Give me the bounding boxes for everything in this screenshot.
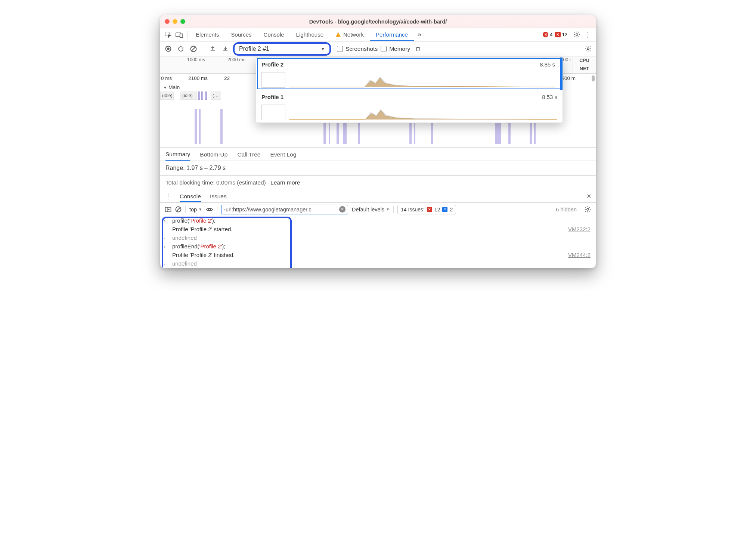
chevron-down-icon: ▼	[163, 86, 167, 90]
error-count-square[interactable]: ✕12	[555, 32, 567, 37]
overview-tick: 1000 ms	[187, 57, 205, 62]
console-return-line: ‹undefined	[160, 233, 596, 242]
perf-toolbar: Profile 2 #1 ▼ Screenshots Memory	[160, 41, 596, 56]
reload-icon[interactable]	[176, 44, 186, 54]
subtab-bottomup[interactable]: Bottom-Up	[200, 148, 227, 160]
svg-rect-4	[338, 36, 338, 36]
profile-select[interactable]: Profile 2 #1 ▼	[233, 42, 331, 56]
svg-point-5	[576, 34, 577, 35]
summary-tabs: Summary Bottom-Up Call Tree Event Log	[160, 148, 596, 161]
kebab-menu-icon[interactable]: ⋮	[582, 29, 594, 40]
ruler-tick: 0 ms	[160, 75, 187, 81]
ruler-tick: 22	[223, 75, 245, 81]
idle-block: (idle)	[180, 92, 197, 100]
range-text: Range: 1.97 s – 2.79 s	[160, 161, 596, 176]
svg-point-7	[167, 47, 169, 50]
console-input-line: ›profileEnd('Profile 2');	[160, 242, 596, 251]
tab-console[interactable]: Console	[258, 28, 290, 41]
svg-point-15	[208, 208, 211, 211]
console-clear-icon[interactable]	[175, 206, 182, 213]
horizontal-scroll-thumb[interactable]	[591, 74, 596, 83]
clear-icon[interactable]	[189, 44, 198, 54]
window-close-icon[interactable]	[165, 19, 170, 24]
subtab-summary[interactable]: Summary	[165, 148, 190, 161]
svg-rect-3	[338, 34, 338, 35]
svg-point-16	[587, 208, 589, 210]
filter-input[interactable]: -url:https://www.googletagmanager.c ✕	[221, 205, 348, 214]
more-tabs-icon[interactable]: »	[414, 29, 425, 40]
tab-lighthouse[interactable]: Lighthouse	[290, 28, 329, 41]
console-return-line: ‹undefined	[160, 259, 596, 268]
net-label: NET	[573, 66, 596, 71]
perf-settings-icon[interactable]	[583, 44, 593, 54]
levels-select[interactable]: Default levels▼	[352, 207, 390, 213]
tab-elements[interactable]: Elements	[190, 28, 225, 41]
tab-performance[interactable]: Performance	[370, 28, 414, 41]
console-sidebar-icon[interactable]	[165, 207, 171, 213]
source-link[interactable]: VM232:2	[568, 226, 591, 232]
window-zoom-icon[interactable]	[180, 19, 185, 24]
warning-icon	[335, 32, 341, 37]
error-count-circle[interactable]: ✕4	[543, 32, 552, 37]
download-icon[interactable]	[220, 44, 230, 54]
blocking-row: Total blocking time: 0.00ms (estimated) …	[160, 176, 596, 190]
titlebar: DevTools - blog.google/technology/ai/cod…	[160, 15, 596, 28]
profile-select-value: Profile 2 #1	[239, 46, 269, 52]
inspect-icon[interactable]	[162, 29, 174, 40]
record-icon[interactable]	[163, 44, 173, 54]
drawer-menu-icon[interactable]: ⋮	[165, 192, 171, 201]
tab-network[interactable]: Network	[329, 28, 370, 41]
subtab-eventlog[interactable]: Event Log	[270, 148, 296, 160]
task-block: (…	[211, 92, 221, 100]
panel-tabs: Elements Sources Console Lighthouse Netw…	[160, 28, 596, 41]
tab-sources[interactable]: Sources	[225, 28, 258, 41]
console-input-line: ›profile('Profile 2');	[160, 216, 596, 225]
drawer-tab-issues[interactable]: Issues	[210, 193, 227, 200]
settings-icon[interactable]	[571, 29, 582, 40]
svg-line-14	[177, 208, 180, 211]
learn-more-link[interactable]: Learn more	[270, 179, 300, 186]
chevron-down-icon: ▼	[321, 47, 325, 51]
console-log-line: Profile 'Profile 2' finished.VM244:2	[160, 251, 596, 259]
issues-button[interactable]: 14 Issues: ✕12 ≡2	[397, 205, 456, 214]
console-settings-icon[interactable]	[584, 206, 591, 213]
profile-dropdown-item[interactable]: Profile 18.53 s	[256, 90, 563, 123]
drawer-tab-console[interactable]: Console	[180, 191, 201, 202]
console-log-line: Profile 'Profile 2' started.VM232:2	[160, 225, 596, 233]
screenshots-checkbox[interactable]: Screenshots	[337, 46, 378, 52]
svg-line-9	[192, 47, 195, 51]
drawer-tabs: ⋮ Console Issues ✕	[160, 190, 596, 203]
blocking-text: Total blocking time: 0.00ms (estimated)	[165, 179, 266, 186]
device-toggle-icon[interactable]	[174, 29, 185, 40]
memory-checkbox[interactable]: Memory	[381, 46, 410, 52]
live-expression-icon[interactable]	[206, 207, 213, 212]
idle-block: (idle)	[160, 92, 174, 100]
upload-icon[interactable]	[208, 44, 217, 54]
drawer-close-icon[interactable]: ✕	[586, 193, 591, 200]
console-output[interactable]: ›profile('Profile 2'); Profile 'Profile …	[160, 216, 596, 268]
source-link[interactable]: VM244:2	[568, 252, 591, 258]
subtab-calltree[interactable]: Call Tree	[237, 148, 260, 160]
context-select[interactable]: top▼	[189, 207, 202, 213]
hidden-count[interactable]: 6 hidden	[556, 207, 577, 213]
profile-dropdown: Profile 28.85 s Profile 18.53 s	[256, 57, 563, 123]
overview-tick: 2000 ms	[227, 57, 245, 62]
console-toolbar: top▼ -url:https://www.googletagmanager.c…	[160, 203, 596, 216]
window-title: DevTools - blog.google/technology/ai/cod…	[165, 19, 591, 25]
ruler-tick: 2100 ms	[187, 75, 223, 81]
trash-icon[interactable]	[413, 44, 423, 54]
ruler-tick: 800 m	[560, 75, 591, 81]
cpu-label: CPU	[573, 58, 596, 63]
window-minimize-icon[interactable]	[173, 19, 177, 24]
svg-point-10	[587, 48, 589, 50]
svg-rect-2	[180, 34, 183, 37]
profile-dropdown-item[interactable]: Profile 28.85 s	[256, 58, 563, 90]
clear-filter-icon[interactable]: ✕	[339, 206, 346, 213]
